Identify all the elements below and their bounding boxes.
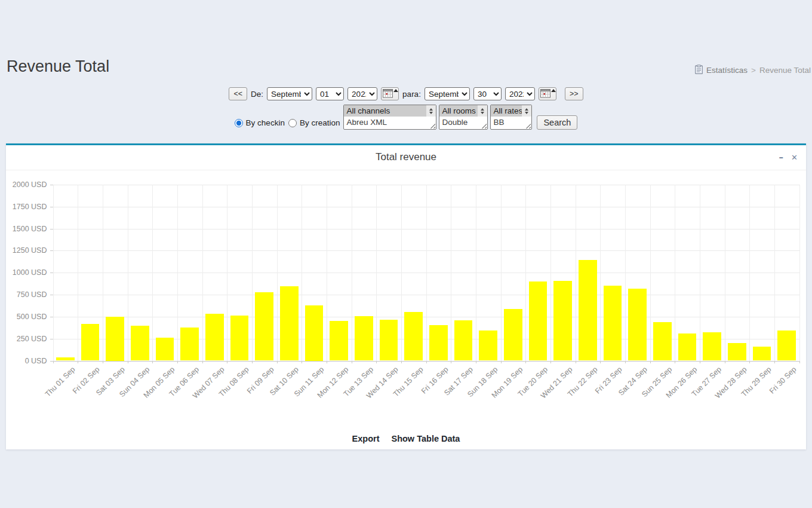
- channels-option-value[interactable]: Abreu XML: [344, 117, 436, 129]
- bar[interactable]: [255, 292, 273, 361]
- revenue-bar-chart: 0 USD250 USD500 USD750 USD1000 USD1250 U…: [6, 172, 806, 429]
- next-period-button[interactable]: >>: [565, 87, 583, 100]
- panel-title: Total revenue: [6, 145, 806, 169]
- bar[interactable]: [280, 286, 299, 360]
- gridline: [152, 185, 153, 361]
- gridline: [600, 185, 601, 361]
- from-day-select[interactable]: 01: [316, 87, 344, 100]
- bar[interactable]: [380, 320, 398, 360]
- rooms-option-all[interactable]: All rooms: [439, 105, 478, 117]
- bar[interactable]: [106, 317, 124, 361]
- y-axis-label: 750 USD: [6, 290, 47, 299]
- close-button[interactable]: ✕: [791, 154, 798, 161]
- from-year-select[interactable]: 2022: [347, 87, 377, 100]
- bar[interactable]: [404, 312, 423, 360]
- bar[interactable]: [703, 332, 721, 361]
- bar[interactable]: [653, 322, 672, 361]
- channels-listbox[interactable]: All channels Abreu XML: [343, 105, 436, 130]
- bar[interactable]: [728, 343, 746, 360]
- bar[interactable]: [604, 286, 622, 361]
- gridline: [451, 185, 451, 361]
- radio-by-creation-group: By creation: [288, 118, 340, 127]
- x-tick: [576, 361, 576, 363]
- spinner-arrows-icon[interactable]: [426, 105, 436, 117]
- show-table-data-button[interactable]: Show Table Data: [391, 434, 460, 443]
- gridline: [327, 185, 327, 361]
- breadcrumb-current: Revenue Total: [759, 66, 811, 75]
- bar[interactable]: [305, 305, 324, 360]
- x-tick: [725, 361, 725, 363]
- gridline: [799, 185, 800, 361]
- rooms-listbox[interactable]: All rooms Double: [439, 105, 488, 130]
- gridline: [202, 185, 203, 361]
- bar[interactable]: [56, 357, 75, 360]
- gridline: [227, 185, 227, 361]
- minimize-button[interactable]: –: [779, 153, 784, 162]
- bar[interactable]: [180, 328, 199, 361]
- panel-header: Total revenue – ✕: [6, 145, 806, 170]
- x-tick: [103, 361, 103, 363]
- y-axis-label: 500 USD: [6, 312, 47, 322]
- x-tick: [327, 361, 327, 363]
- rates-listbox[interactable]: All rates BB: [490, 105, 532, 130]
- bar[interactable]: [777, 330, 796, 360]
- prev-period-button[interactable]: <<: [229, 87, 247, 100]
- bar[interactable]: [205, 314, 224, 360]
- x-tick: [749, 361, 750, 363]
- bar[interactable]: [753, 347, 771, 361]
- gridline: [476, 185, 476, 361]
- to-calendar-button[interactable]: [539, 87, 556, 100]
- radio-by-checkin-group: By checkin: [235, 118, 285, 127]
- gridline: [774, 185, 775, 361]
- gridline: [103, 185, 103, 361]
- bar[interactable]: [355, 316, 373, 360]
- from-month-select[interactable]: September: [267, 87, 312, 100]
- rates-option-value[interactable]: BB: [491, 117, 531, 129]
- radio-by-creation[interactable]: [288, 119, 297, 127]
- bar[interactable]: [553, 281, 572, 360]
- gridline: [78, 185, 78, 361]
- calendar-up-arrow-icon: [551, 88, 556, 99]
- gridline: [128, 185, 128, 361]
- bar[interactable]: [131, 326, 149, 360]
- bar[interactable]: [156, 338, 174, 360]
- rates-option-all[interactable]: All rates: [491, 105, 522, 117]
- bar[interactable]: [628, 289, 647, 361]
- y-axis-label: 1000 USD: [6, 268, 47, 277]
- x-tick: [227, 361, 227, 363]
- to-month-select[interactable]: September: [425, 87, 470, 100]
- radio-by-checkin[interactable]: [235, 119, 243, 127]
- to-day-select[interactable]: 30: [473, 87, 502, 100]
- bar[interactable]: [330, 321, 348, 360]
- bar[interactable]: [529, 281, 548, 361]
- bar[interactable]: [429, 325, 448, 361]
- gridline: [302, 185, 302, 361]
- gridline: [376, 185, 377, 361]
- rooms-option-value[interactable]: Double: [439, 117, 487, 129]
- search-button[interactable]: Search: [537, 115, 577, 130]
- spinner-arrows-icon[interactable]: [478, 105, 487, 117]
- x-tick: [476, 361, 476, 363]
- x-axis-label: Fri 30 Sep: [768, 365, 798, 396]
- gridline: [252, 185, 253, 361]
- y-axis-label: 1750 USD: [6, 202, 47, 212]
- bar[interactable]: [454, 320, 473, 361]
- y-axis-label: 2000 USD: [6, 180, 47, 189]
- gridline: [675, 185, 675, 361]
- spinner-arrows-icon[interactable]: [522, 105, 531, 117]
- x-tick: [675, 361, 675, 363]
- breadcrumb-section[interactable]: Estatísticas: [706, 66, 748, 75]
- gridline: [625, 185, 626, 361]
- bar[interactable]: [230, 316, 249, 360]
- bar[interactable]: [678, 333, 697, 361]
- bar[interactable]: [579, 260, 597, 361]
- calendar-icon: [540, 88, 550, 99]
- from-calendar-button[interactable]: [381, 87, 399, 100]
- bar[interactable]: [479, 330, 497, 361]
- bar[interactable]: [504, 309, 522, 360]
- export-button[interactable]: Export: [352, 434, 380, 443]
- gridline: [749, 185, 750, 361]
- channels-option-all[interactable]: All channels: [344, 105, 426, 117]
- to-year-select[interactable]: 2022: [505, 87, 535, 100]
- bar[interactable]: [81, 324, 100, 361]
